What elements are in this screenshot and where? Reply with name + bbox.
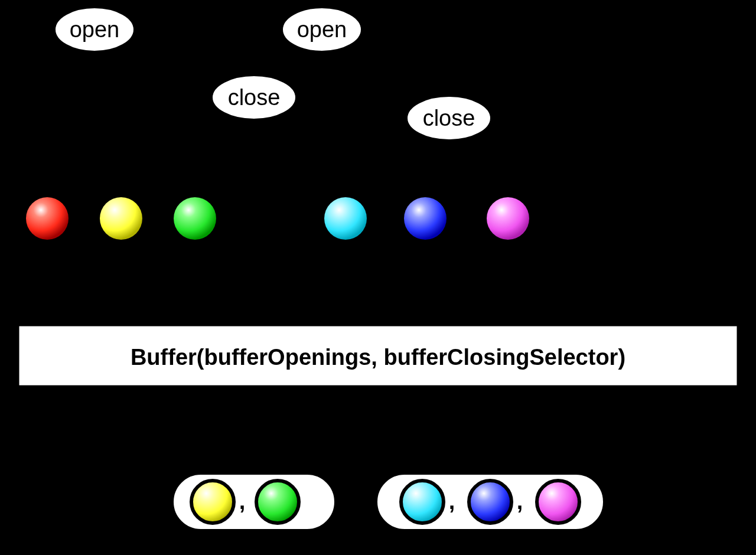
svg-point-21 bbox=[401, 481, 444, 523]
open-event-2-label: open bbox=[297, 17, 347, 42]
svg-point-23 bbox=[537, 481, 579, 523]
svg-point-22 bbox=[469, 481, 511, 523]
close-event-1-label: close bbox=[228, 85, 281, 110]
open-event-1-label: open bbox=[70, 17, 120, 42]
comma: , bbox=[517, 489, 523, 514]
close-event-2-label: close bbox=[423, 106, 475, 130]
marble-green bbox=[174, 197, 216, 240]
comma: , bbox=[449, 489, 455, 514]
operator-label: Buffer(bufferOpenings, bufferClosingSele… bbox=[131, 345, 625, 370]
marble-diagram: open open close close Buffer(bufferOpeni… bbox=[0, 0, 756, 555]
marble-magenta bbox=[487, 197, 529, 240]
comma: , bbox=[239, 489, 246, 514]
output-group-2: , , bbox=[375, 472, 605, 531]
marble-blue bbox=[404, 197, 447, 240]
marble-yellow bbox=[100, 197, 142, 240]
marble-red bbox=[26, 197, 69, 240]
marble-cyan bbox=[324, 197, 367, 240]
svg-point-19 bbox=[256, 481, 299, 523]
svg-point-18 bbox=[191, 481, 234, 523]
output-group-1: , bbox=[171, 472, 337, 531]
